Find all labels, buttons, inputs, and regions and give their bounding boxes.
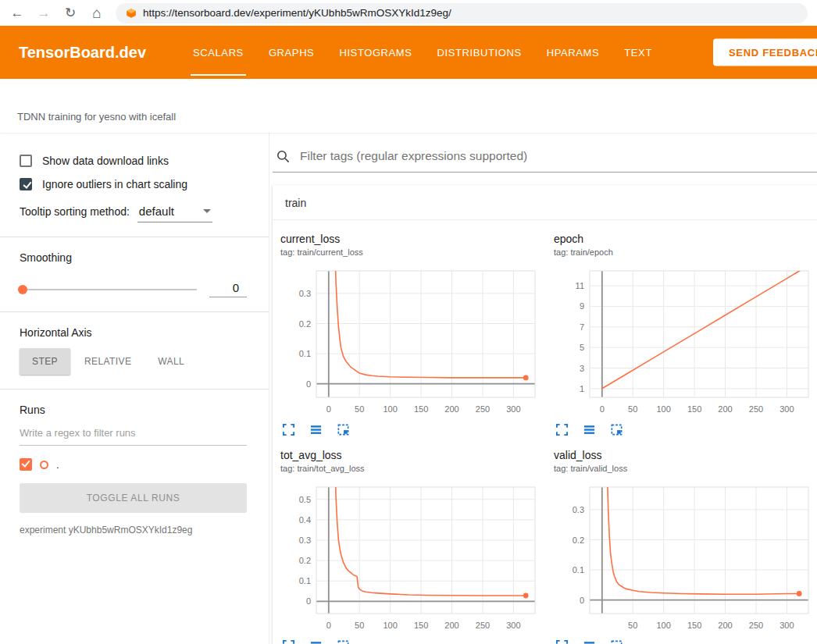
chart-actions: [280, 423, 544, 436]
line-chart[interactable]: 05010015020025030000.10.20.30.40.5: [280, 481, 544, 634]
url-text: https://tensorboard.dev/experiment/yKUbh…: [143, 7, 451, 19]
svg-text:9: 9: [580, 301, 584, 311]
back-icon[interactable]: ←: [9, 6, 25, 20]
svg-text:250: 250: [749, 621, 763, 630]
log-scale-icon[interactable]: [583, 639, 596, 644]
fit-domain-icon[interactable]: [610, 423, 623, 436]
address-bar[interactable]: https://tensorboard.dev/experiment/yKUbh…: [116, 3, 808, 23]
tab-text[interactable]: TEXT: [612, 26, 665, 79]
runs-regex-input[interactable]: [20, 421, 247, 446]
chart-actions: [554, 423, 817, 436]
toggle-all-runs-button[interactable]: TOGGLE ALL RUNS: [20, 483, 247, 513]
svg-text:11: 11: [576, 281, 584, 290]
checkbox-checked-icon[interactable]: [20, 178, 32, 190]
page: ← → ↻ ⌂ https://tensorboard.dev/experime…: [0, 0, 817, 644]
reload-icon[interactable]: ↻: [62, 6, 78, 20]
svg-text:3: 3: [580, 364, 584, 373]
tab-histograms[interactable]: HISTOGRAMS: [326, 26, 424, 79]
relative-button[interactable]: RELATIVE: [72, 348, 144, 375]
fit-domain-icon[interactable]: [610, 639, 623, 644]
svg-text:300: 300: [780, 621, 794, 630]
smoothing-slider[interactable]: [20, 289, 197, 290]
tooltip-sorting-dropdown[interactable]: default: [137, 203, 212, 222]
tooltip-sorting-label: Tooltip sorting method:: [20, 205, 130, 218]
forward-icon[interactable]: →: [36, 6, 52, 20]
tab-distributions[interactable]: DISTRIBUTIONS: [425, 26, 534, 79]
svg-text:0: 0: [306, 596, 311, 606]
main-panel: train current_loss tag: train/current_lo…: [269, 133, 817, 644]
svg-text:0: 0: [326, 621, 331, 630]
log-scale-icon[interactable]: [309, 639, 323, 644]
tab-scalars[interactable]: SCALARS: [180, 26, 256, 79]
show-download-links-label: Show data download links: [42, 155, 169, 167]
chart-card-current-loss: current_loss tag: train/current_loss 050…: [280, 233, 544, 436]
filter-tags-input[interactable]: [298, 148, 817, 164]
line-chart[interactable]: 05010015020025030000.10.20.3: [280, 265, 544, 418]
svg-text:0.2: 0.2: [573, 535, 584, 545]
svg-text:100: 100: [383, 621, 397, 630]
wall-button[interactable]: WALL: [145, 348, 197, 375]
line-chart[interactable]: 5010015020025030000.10.20.3: [554, 481, 817, 634]
svg-text:0.1: 0.1: [299, 349, 311, 358]
browser-chrome: ← → ↻ ⌂ https://tensorboard.dev/experime…: [0, 0, 817, 26]
smoothing-slider-row: 0: [20, 281, 247, 297]
send-feedback-button[interactable]: SEND FEEDBACK: [713, 39, 817, 66]
svg-text:0.4: 0.4: [299, 515, 311, 525]
divider: [0, 237, 269, 237]
horizontal-axis-buttons: STEP RELATIVE WALL: [20, 348, 247, 375]
divider: [0, 311, 269, 312]
run-checkbox-checked-icon[interactable]: [20, 458, 32, 471]
home-icon[interactable]: ⌂: [89, 5, 105, 20]
show-download-links-checkbox[interactable]: Show data download links: [20, 155, 247, 167]
train-section-header[interactable]: train: [273, 185, 817, 220]
log-scale-icon[interactable]: [583, 423, 596, 436]
smoothing-value-input[interactable]: 0: [209, 281, 247, 297]
charts-grid: current_loss tag: train/current_loss 050…: [273, 220, 817, 644]
chart-actions: [280, 639, 544, 644]
step-button[interactable]: STEP: [20, 348, 70, 375]
svg-text:250: 250: [476, 621, 490, 630]
slider-knob[interactable]: [18, 285, 27, 294]
run-color-circle-icon: [40, 461, 48, 469]
svg-text:50: 50: [628, 621, 637, 630]
tooltip-sorting-row: Tooltip sorting method: default: [20, 203, 247, 222]
svg-text:100: 100: [656, 621, 670, 630]
smoothing-label: Smoothing: [20, 251, 247, 264]
line-chart[interactable]: 0501001502002503001357911: [554, 265, 817, 418]
svg-text:0.1: 0.1: [573, 565, 584, 575]
svg-text:7: 7: [580, 322, 584, 332]
svg-text:250: 250: [749, 404, 763, 414]
filter-tags-row: [273, 148, 817, 173]
chart-tag: tag: train/epoch: [554, 247, 817, 257]
svg-text:0.3: 0.3: [299, 535, 311, 545]
svg-text:200: 200: [718, 404, 732, 414]
ignore-outliers-label: Ignore outliers in chart scaling: [42, 178, 187, 190]
app-header: TensorBoard.dev SCALARS GRAPHS HISTOGRAM…: [0, 26, 817, 79]
checkbox-unchecked-icon[interactable]: [20, 155, 32, 167]
svg-text:0: 0: [306, 379, 311, 389]
tab-graphs[interactable]: GRAPHS: [256, 26, 327, 79]
experiment-title: TDNN training for yesno with icefall: [0, 111, 176, 133]
svg-text:150: 150: [414, 404, 428, 414]
fit-domain-icon[interactable]: [337, 639, 350, 644]
chart-tag: tag: train/current_loss: [280, 247, 544, 257]
chart-card-epoch: epoch tag: train/epoch 05010015020025030…: [554, 233, 817, 436]
tab-hparams[interactable]: HPARAMS: [534, 26, 612, 79]
fullscreen-icon[interactable]: [282, 423, 295, 436]
svg-text:150: 150: [687, 621, 701, 630]
svg-text:0.2: 0.2: [299, 556, 311, 565]
log-scale-icon[interactable]: [309, 423, 323, 436]
svg-text:300: 300: [506, 404, 520, 414]
ignore-outliers-checkbox[interactable]: Ignore outliers in chart scaling: [20, 178, 247, 190]
fullscreen-icon[interactable]: [282, 639, 295, 644]
runs-label: Runs: [20, 404, 247, 416]
svg-text:1: 1: [580, 384, 584, 393]
tooltip-sorting-value: default: [139, 205, 174, 218]
fullscreen-icon[interactable]: [555, 639, 569, 644]
run-row[interactable]: .: [20, 458, 247, 471]
chart-card-tot-avg-loss: tot_avg_loss tag: train/tot_avg_loss 050…: [280, 449, 544, 644]
fit-domain-icon[interactable]: [337, 423, 350, 436]
search-icon: [276, 149, 291, 164]
fullscreen-icon[interactable]: [555, 423, 569, 436]
chart-tag: tag: train/valid_loss: [554, 464, 817, 473]
